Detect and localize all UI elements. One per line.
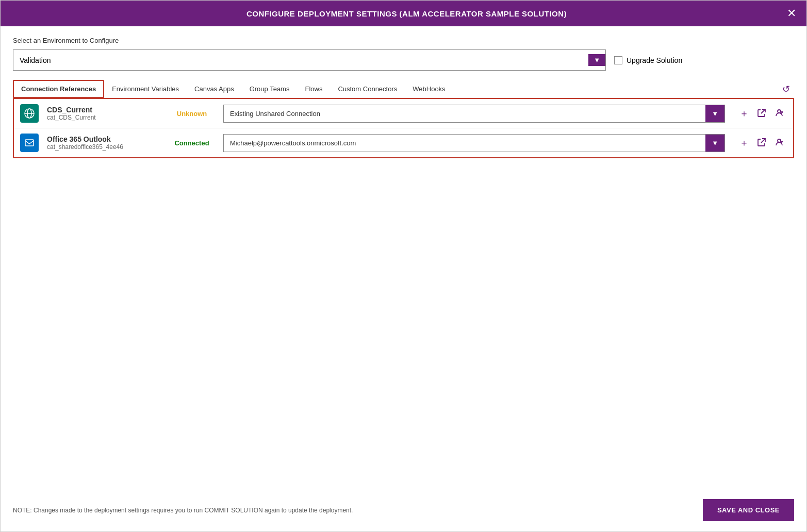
outlook-open-button[interactable] <box>754 136 769 151</box>
tab-webhooks[interactable]: WebHooks <box>405 80 453 97</box>
configure-deployment-modal: CONFIGURE DEPLOYMENT SETTINGS (ALM Accel… <box>0 0 807 532</box>
connection-row-outlook: Office 365 Outlook cat_sharedoffice365_4… <box>14 128 793 157</box>
tab-environment-variables[interactable]: Environment Variables <box>104 80 187 97</box>
refresh-icon[interactable]: ↺ <box>778 81 794 97</box>
outlook-icon <box>20 134 39 152</box>
tab-custom-connectors[interactable]: Custom Connectors <box>330 80 405 97</box>
svg-rect-7 <box>25 140 34 146</box>
outlook-info: Office 365 Outlook cat_sharedoffice365_4… <box>47 135 160 151</box>
tab-connection-references[interactable]: Connection References <box>13 80 104 98</box>
cds-dropdown-button[interactable]: ▼ <box>705 105 724 122</box>
env-select-label: Select an Environment to Configure <box>13 37 794 44</box>
cds-icon <box>20 104 39 123</box>
cds-info: CDS_Current cat_CDS_Current <box>47 106 160 121</box>
upgrade-solution-label: Upgrade Solution <box>627 56 682 64</box>
tab-flows[interactable]: Flows <box>297 80 330 97</box>
cds-connection-value: Existing Unshared Connection <box>224 106 705 122</box>
close-button[interactable]: ✕ <box>787 8 796 19</box>
modal-body: Select an Environment to Configure Valid… <box>1 26 806 491</box>
modal-footer: NOTE: Changes made to the deployment set… <box>1 491 806 531</box>
outlook-add-button[interactable]: ＋ <box>736 136 752 149</box>
cds-key: cat_CDS_Current <box>47 114 160 121</box>
footer-note: NOTE: Changes made to the deployment set… <box>13 507 353 514</box>
outlook-status: Connected <box>169 139 215 147</box>
connection-row-cds: CDS_Current cat_CDS_Current Unknown Exis… <box>14 99 793 128</box>
cds-open-button[interactable] <box>754 106 769 121</box>
env-select-row: Validation ▼ Upgrade Solution <box>13 49 794 71</box>
outlook-key: cat_sharedoffice365_4ee46 <box>47 143 160 151</box>
cds-status: Unknown <box>169 110 215 118</box>
save-close-button[interactable]: SAVE AND CLOSE <box>703 499 794 521</box>
tab-group-teams[interactable]: Group Teams <box>242 80 298 97</box>
tabs-row: Connection References Environment Variab… <box>13 80 794 98</box>
tab-canvas-apps[interactable]: Canvas Apps <box>187 80 242 97</box>
outlook-name: Office 365 Outlook <box>47 135 160 143</box>
outlook-connection-value: Michaelp@powercattools.onmicrosoft.com <box>224 135 705 151</box>
env-dropdown-arrow: ▼ <box>588 54 605 66</box>
env-dropdown-value: Validation <box>20 56 51 64</box>
outlook-share-button[interactable] <box>771 136 787 151</box>
cds-actions: ＋ <box>736 106 787 121</box>
upgrade-solution-checkbox[interactable] <box>614 56 622 64</box>
svg-line-8 <box>761 139 765 143</box>
cds-connection-select[interactable]: Existing Unshared Connection ▼ <box>223 105 725 123</box>
outlook-actions: ＋ <box>736 136 787 151</box>
outlook-dropdown-button[interactable]: ▼ <box>705 135 724 152</box>
outlook-connection-select[interactable]: Michaelp@powercattools.onmicrosoft.com ▼ <box>223 134 725 152</box>
upgrade-solution-wrapper[interactable]: Upgrade Solution <box>614 56 682 64</box>
cds-share-button[interactable] <box>771 106 787 121</box>
connections-table: CDS_Current cat_CDS_Current Unknown Exis… <box>13 98 794 158</box>
env-dropdown[interactable]: Validation ▼ <box>13 49 606 71</box>
modal-header: CONFIGURE DEPLOYMENT SETTINGS (ALM Accel… <box>1 1 806 26</box>
svg-line-3 <box>761 109 765 113</box>
cds-name: CDS_Current <box>47 106 160 114</box>
modal-title: CONFIGURE DEPLOYMENT SETTINGS (ALM Accel… <box>26 9 787 18</box>
cds-add-button[interactable]: ＋ <box>736 107 752 120</box>
